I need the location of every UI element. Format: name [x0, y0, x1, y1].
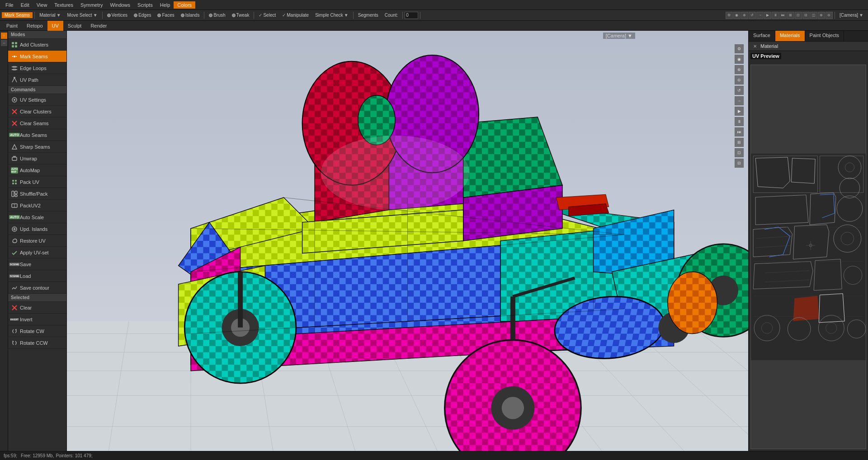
svg-rect-13	[12, 157, 17, 160]
toolbar-mark-seams[interactable]: Mark Seams	[2, 12, 33, 18]
menu-windows[interactable]: Windows	[106, 1, 134, 9]
sidebar-add-clusters[interactable]: Add Clusters	[8, 39, 66, 51]
sidebar-uv-path[interactable]: UV Path	[8, 74, 66, 86]
save-contour-label: Save contour	[20, 285, 64, 291]
toolbar-icon-10[interactable]: ⊡	[795, 12, 802, 19]
toolbar-material[interactable]: Material ▼	[37, 12, 63, 18]
menu-edit[interactable]: Edit	[17, 1, 33, 9]
viewport[interactable]: [Camera] ▼ ⚙ ◉ ⊕ ⊖ ↺ → ▶ ⏸ ⏭ ⊞ ⊡ ⊟	[67, 31, 748, 451]
toolbar-tweak[interactable]: Tweak	[229, 12, 252, 18]
toolbar-islands[interactable]: Islands	[178, 12, 203, 18]
toolbar-icon-12[interactable]: ◫	[810, 12, 817, 19]
toolbar-faces[interactable]: Faces	[155, 12, 177, 18]
menu-scripts[interactable]: Scripts	[134, 1, 156, 9]
right-tab-surface[interactable]: Surface	[749, 31, 775, 41]
sidebar-rotate-cw[interactable]: Rotate CW	[8, 325, 66, 337]
toolbar-edges[interactable]: Edges	[131, 12, 154, 18]
toolbar-count-input[interactable]	[405, 12, 418, 19]
sidebar-clear[interactable]: Clear	[8, 302, 66, 314]
toolbar-icon-2[interactable]: ◉	[733, 12, 741, 19]
sidebar-invert[interactable]: INVERT Invert	[8, 314, 66, 325]
sidebar-shuffle-pack[interactable]: Shuffle/Pack	[8, 188, 66, 200]
toolbar-vertices[interactable]: Vertices	[104, 12, 131, 18]
toolbar-sep-5	[353, 12, 354, 19]
nav-icon-10[interactable]: ⊞	[735, 138, 744, 147]
tool-move[interactable]: T	[1, 33, 7, 39]
tool-select[interactable]: ↔	[1, 40, 7, 46]
nav-icon-1[interactable]: ⚙	[735, 44, 744, 53]
nav-icon-9[interactable]: ⏭	[735, 127, 744, 136]
toolbar-camera[interactable]: [Camera] ▼	[837, 12, 866, 18]
sidebar-automap[interactable]: AUTO MAP AutoMap	[8, 164, 66, 176]
sidebar-apply-uvset[interactable]: Apply UV-set	[8, 247, 66, 258]
mode-tab-retopo[interactable]: Retopo	[22, 21, 47, 31]
svg-marker-12	[12, 145, 17, 149]
toolbar-select[interactable]: ✓ Select	[256, 12, 278, 18]
nav-icon-12[interactable]: ⊟	[735, 159, 744, 168]
sidebar-mark-seams[interactable]: Mark Seams	[8, 51, 66, 62]
toolbar-brush[interactable]: Brush	[206, 12, 228, 18]
toolbar-icon-3[interactable]: ⊕	[741, 12, 748, 19]
restore-uv-icon	[11, 237, 18, 244]
sidebar-clear-clusters[interactable]: Clear Clusters	[8, 106, 66, 117]
toolbar-icon-14[interactable]: ⊖	[826, 12, 833, 19]
right-tab-paint-objects[interactable]: Paint Objects	[805, 31, 844, 41]
sidebar-pack-uv[interactable]: Pack UV	[8, 176, 66, 188]
toolbar-manipulate[interactable]: ✓ Manipulate	[279, 12, 311, 18]
right-panel-close[interactable]: ✕	[752, 43, 758, 49]
auto-scale-icon: AUTO	[11, 214, 18, 221]
sidebar-load[interactable]: SCENE Load	[8, 270, 66, 282]
rotate-cw-icon	[11, 328, 18, 335]
nav-icon-3[interactable]: ⊕	[735, 65, 744, 74]
status-bar: fps:59; Free: 12959 Mb, Pointers: 101 47…	[0, 451, 868, 460]
sidebar-auto-scale[interactable]: AUTO Auto Scale	[8, 211, 66, 223]
edges-dot	[134, 14, 137, 17]
sidebar-auto-seams[interactable]: AUTO Auto Seams	[8, 129, 66, 141]
menu-textures[interactable]: Textures	[51, 1, 77, 9]
sidebar-restore-uv[interactable]: Restore UV	[8, 235, 66, 247]
sidebar-sharp-seams[interactable]: Sharp Seams	[8, 141, 66, 153]
nav-icon-7[interactable]: ▶	[735, 107, 744, 116]
toolbar-simple-check[interactable]: Simple Check ▼	[312, 12, 351, 18]
sidebar-edge-loops[interactable]: Edge Loops	[8, 62, 66, 74]
toolbar-icon-4[interactable]: ↺	[749, 12, 756, 19]
modes-header: Modes	[8, 31, 66, 39]
toolbar-icon-11[interactable]: ⊟	[802, 12, 810, 19]
mode-tab-sculpt[interactable]: Sculpt	[63, 21, 86, 31]
sidebar-save[interactable]: SCENE Save	[8, 258, 66, 270]
svg-rect-2	[12, 45, 14, 47]
nav-icon-8[interactable]: ⏸	[735, 117, 744, 126]
menu-help[interactable]: Help	[156, 1, 174, 9]
sidebar-uv-settings[interactable]: UV Settings	[8, 94, 66, 106]
menu-symmetry[interactable]: Symmetry	[77, 1, 107, 9]
sidebar-save-contour[interactable]: Save contour	[8, 282, 66, 294]
nav-icon-4[interactable]: ⊖	[735, 75, 744, 84]
vertices-dot	[107, 14, 111, 17]
menu-view[interactable]: View	[33, 1, 51, 9]
toolbar-icon-13[interactable]: ⊕	[818, 12, 825, 19]
nav-icon-2[interactable]: ◉	[735, 55, 744, 64]
toolbar-icon-1[interactable]: ⚙	[726, 12, 733, 19]
mode-tab-paint[interactable]: Paint	[2, 21, 22, 31]
menu-colors[interactable]: Colors	[174, 1, 195, 9]
toolbar-icon-7[interactable]: ⏸	[772, 12, 779, 19]
sidebar-unwrap[interactable]: Unwrap	[8, 153, 66, 164]
nav-icon-11[interactable]: ⊡	[735, 148, 744, 157]
right-tab-materials[interactable]: Materials	[775, 31, 805, 41]
toolbar-icon-8[interactable]: ⏭	[779, 12, 787, 19]
nav-icon-5[interactable]: ↺	[735, 86, 744, 95]
mode-tab-uv[interactable]: UV	[47, 21, 63, 31]
uv-canvas	[750, 65, 866, 449]
mode-tab-render[interactable]: Render	[86, 21, 111, 31]
toolbar-icon-6[interactable]: ▶	[764, 12, 771, 19]
rotate-ccw-label: Rotate CCW	[20, 340, 64, 346]
sidebar-packuv2[interactable]: PackUV2	[8, 200, 66, 211]
sidebar-clear-seams[interactable]: Clear Seams	[8, 117, 66, 129]
menu-file[interactable]: File	[2, 1, 17, 9]
toolbar-icon-9[interactable]: ⊞	[787, 12, 794, 19]
toolbar-move-select[interactable]: Move Select ▼	[65, 12, 100, 18]
toolbar-icon-5[interactable]: →	[756, 12, 764, 19]
nav-icon-6[interactable]: →	[735, 96, 744, 105]
sidebar-upd-islands[interactable]: Upd. Islands	[8, 223, 66, 235]
sidebar-rotate-ccw[interactable]: Rotate CCW	[8, 337, 66, 349]
